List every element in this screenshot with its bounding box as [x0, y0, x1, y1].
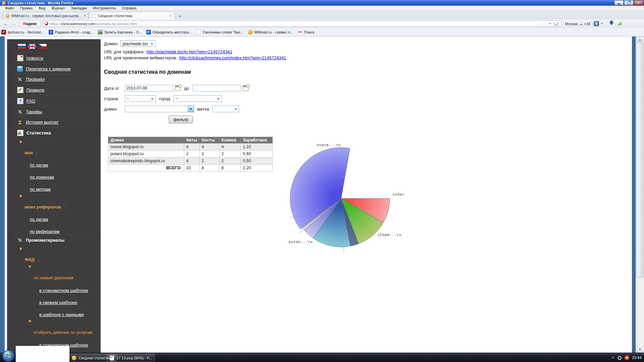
pie-tick: [344, 247, 344, 252]
language-flag-icon[interactable]: [39, 44, 47, 49]
domain-combo-input[interactable]: [125, 106, 188, 112]
menu-item[interactable]: Вид: [36, 6, 48, 10]
tray-expand-icon[interactable]: <: [612, 355, 614, 360]
tab-close-icon[interactable]: ×: [169, 13, 172, 18]
scroll-down-button[interactable]: [636, 347, 643, 352]
close-button[interactable]: ×: [634, 0, 643, 5]
minimize-button[interactable]: [614, 0, 624, 5]
taskbar-item-image-viewer[interactable]: 17 13.png (85%) - P...: [107, 354, 155, 362]
steam-icon[interactable]: [616, 355, 622, 360]
menu-item[interactable]: Закладки: [68, 6, 90, 10]
sidebar-item[interactable]: FAQ: [13, 95, 97, 106]
tag-select[interactable]: [212, 106, 239, 112]
forward-button[interactable]: →: [11, 21, 16, 26]
title-bar[interactable]: Сводная статистика - Mozilla Firefox ×: [0, 0, 644, 6]
date-from-label: Дата от: [104, 86, 125, 91]
url-bar[interactable]: https://clickcashmoney.com/wm/stats-by-d…: [43, 20, 562, 27]
sidebar-item-label: ФИД: [24, 257, 35, 262]
sidebar-item-label: Тарифы: [26, 109, 42, 114]
sidebar-item[interactable]: ФИД: [13, 245, 97, 263]
sidebar-item[interactable]: по датам: [13, 210, 97, 223]
date-to-input[interactable]: [193, 85, 241, 92]
page-frame-left: [0, 37, 5, 353]
scroll-up-button[interactable]: [636, 37, 643, 42]
main-content: Домен: plachetde.biz URL для траффика: h…: [101, 37, 632, 353]
menu-item[interactable]: Файл: [2, 6, 17, 10]
webmasters-url-link[interactable]: http://clickcashmoney.com/index.htm?wm=2…: [179, 55, 286, 60]
weather-widget[interactable]: Москва ☁ +18: [565, 21, 590, 26]
bookmark-star-icon[interactable]: ☆: [542, 21, 546, 26]
signal-bars-icon[interactable]: [618, 22, 622, 25]
calendar-icon[interactable]: [175, 85, 181, 91]
menu-item[interactable]: Правка: [17, 6, 36, 10]
sidebar-item-icon: [17, 109, 23, 115]
sidebar-item[interactable]: История выплат: [13, 117, 97, 127]
tab-bar: WMmail.ru - сервис почтовых рассылок... …: [0, 11, 644, 19]
domain-combo[interactable]: [125, 106, 194, 112]
chevron-down-icon: [234, 109, 237, 112]
reload-icon[interactable]: [554, 21, 558, 26]
sidebar-item[interactable]: в стандартном шаблоне: [13, 282, 97, 294]
scrollbar[interactable]: [636, 37, 644, 353]
sidebar-item[interactable]: Новости: [13, 52, 97, 63]
sidebar-item[interactable]: в шаблоне с данными: [13, 306, 97, 318]
sidebar-item[interactable]: Промоматериалы: [13, 235, 97, 245]
sidebar-item[interactable]: по рефералам: [13, 223, 97, 235]
sidebar-item[interactable]: моя: [13, 138, 97, 156]
sidebar-item[interactable]: отобрать девочек по услугам: [13, 318, 97, 336]
sidebar-item-label: в стандартном шаблоне: [39, 288, 88, 293]
sidebar-item[interactable]: в свежем шаблоне: [13, 294, 97, 306]
sidebar-item[interactable]: Переписка с админом: [13, 63, 97, 74]
sidebar-item[interactable]: по меткам: [13, 180, 97, 192]
yandex-button[interactable]: Яндекс: [19, 20, 41, 27]
bookmark-item[interactable]: IP Определить местора...: [146, 30, 192, 35]
restore-button[interactable]: [624, 0, 633, 5]
city-label: город: [159, 96, 170, 101]
opera-icon[interactable]: [624, 355, 630, 360]
sidebar-item-icon: [39, 282, 45, 288]
bookmark-item[interactable]: Синонимы слова "биз...: [196, 30, 243, 35]
sidebar-item[interactable]: по новым девочкам: [13, 263, 97, 282]
download-icon[interactable]: [609, 22, 614, 27]
sidebar-item[interactable]: Статистика: [13, 127, 97, 138]
country-select[interactable]: –: [125, 95, 156, 102]
bookmark-item[interactable]: iP Ipicture.ru - бесплат...: [1, 30, 44, 35]
site-identity-icon[interactable]: [45, 22, 48, 25]
bookmark-item[interactable]: WMmail.ru - сервис п...: [248, 30, 293, 35]
vk-dropdown-icon[interactable]: [600, 23, 603, 26]
menu-item[interactable]: Справка: [119, 6, 139, 10]
sidebar-item[interactable]: моих рефералов: [13, 192, 97, 210]
page-viewport: Новости Переписка с админом Профайл Прав…: [0, 37, 644, 353]
menu-item[interactable]: Журнал: [48, 6, 68, 10]
sidebar-item[interactable]: по доменам: [13, 168, 97, 180]
language-flag-icon[interactable]: [28, 44, 36, 49]
scrollbar-thumb[interactable]: [636, 43, 643, 278]
calendar-icon[interactable]: [243, 85, 249, 91]
bookmark-item[interactable]: R Радикал-Фото - созд...: [49, 30, 93, 35]
sidebar-item[interactable]: Правила: [13, 84, 97, 95]
sidebar-item[interactable]: по датам: [13, 156, 97, 168]
bookmark-item[interactable]: Залить Картинку - З...: [98, 30, 142, 35]
bookmark-item[interactable]: HR Поиск: [298, 30, 314, 35]
tab-svodnaya[interactable]: Сводная статистика ×: [89, 12, 174, 19]
language-flag-icon[interactable]: [18, 44, 26, 49]
vk-extension-icon[interactable]: B: [594, 21, 599, 26]
taskbar-clock[interactable]: 23:44: [632, 356, 641, 360]
traffic-url-link[interactable]: http://plachetde.biz/in.htm?wm=214572434…: [147, 49, 232, 54]
combo-dropdown-button[interactable]: [188, 106, 194, 112]
tab-wmmail[interactable]: WMmail.ru - сервис почтовых рассылок... …: [3, 12, 89, 19]
back-button[interactable]: ←: [3, 21, 8, 26]
filter-submit-button[interactable]: фильтр: [169, 116, 193, 123]
sidebar-item[interactable]: Профайл: [13, 74, 97, 84]
new-tab-button[interactable]: +: [176, 13, 184, 19]
tab-close-icon[interactable]: ×: [84, 13, 86, 18]
domain-select[interactable]: plachetde.biz: [120, 40, 155, 47]
date-from-input[interactable]: 2013-07-08: [125, 85, 173, 92]
start-button[interactable]: [2, 350, 14, 362]
url-text[interactable]: https://clickcashmoney.com/wm/stats-by-d…: [50, 22, 541, 26]
menu-item[interactable]: Инструменты: [90, 6, 119, 10]
sidebar-item-icon: [30, 169, 36, 175]
url-dropdown-icon[interactable]: [549, 23, 551, 26]
sidebar-item[interactable]: Тарифы: [13, 106, 97, 117]
city-select[interactable]: –: [173, 95, 222, 102]
